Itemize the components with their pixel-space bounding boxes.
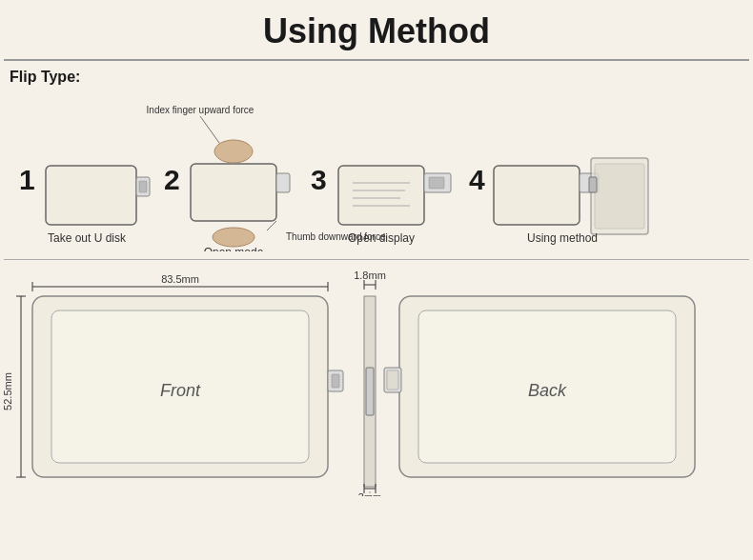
- flip-label: Flip Type:: [10, 69, 743, 86]
- svg-rect-29: [589, 177, 597, 192]
- svg-point-11: [213, 228, 254, 247]
- svg-text:Take out U disk: Take out U disk: [48, 231, 127, 245]
- svg-text:3: 3: [311, 164, 327, 195]
- steps-illustration: 1 Take out U disk Index finger upward fo…: [10, 90, 751, 251]
- svg-rect-25: [494, 166, 580, 225]
- svg-text:1: 1: [19, 164, 35, 195]
- svg-rect-28: [595, 164, 644, 229]
- svg-rect-8: [191, 164, 276, 221]
- svg-text:Using method: Using method: [527, 231, 598, 245]
- svg-rect-45: [366, 368, 374, 415]
- svg-rect-16: [338, 166, 424, 225]
- svg-text:4: 4: [469, 164, 485, 195]
- svg-rect-18: [429, 177, 444, 189]
- svg-text:Back: Back: [528, 381, 567, 400]
- svg-text:Open mode: Open mode: [204, 246, 264, 251]
- svg-rect-35: [332, 374, 339, 388]
- svg-point-10: [214, 140, 253, 163]
- dimensions-illustration: Front 83.5mm 52.5mm 1.8mm 3mm: [4, 268, 745, 496]
- svg-rect-1: [46, 166, 136, 225]
- svg-text:1.8mm: 1.8mm: [354, 270, 386, 281]
- svg-text:83.5mm: 83.5mm: [161, 273, 199, 285]
- svg-rect-58: [387, 370, 398, 390]
- flip-section: Flip Type: 1 Take out U disk Index finge…: [0, 61, 753, 259]
- svg-text:2: 2: [164, 164, 180, 195]
- svg-text:52.5mm: 52.5mm: [4, 372, 13, 410]
- svg-text:Front: Front: [160, 381, 201, 400]
- page-title: Using Method: [4, 0, 749, 61]
- svg-rect-3: [139, 181, 147, 192]
- dimensions-section: Front 83.5mm 52.5mm 1.8mm 3mm: [4, 259, 749, 500]
- svg-text:Open display: Open display: [348, 231, 415, 245]
- svg-text:Index finger upward force: Index finger upward force: [147, 105, 254, 115]
- svg-rect-9: [276, 173, 290, 192]
- svg-line-12: [267, 221, 276, 230]
